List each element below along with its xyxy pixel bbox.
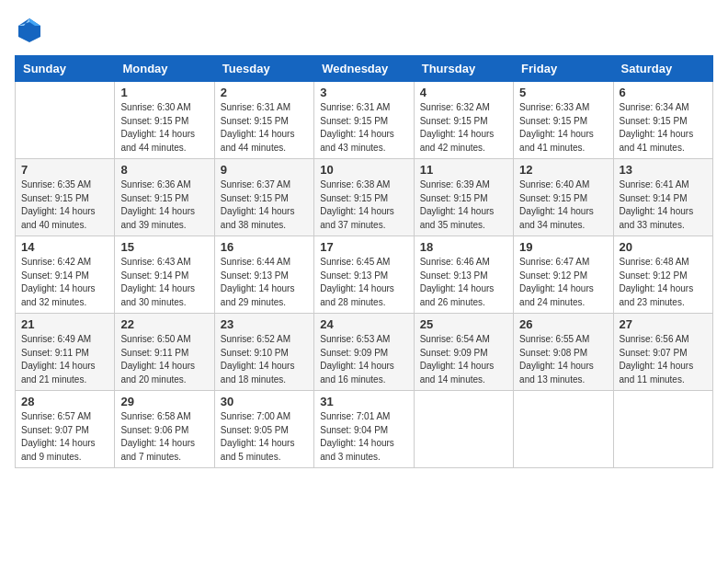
calendar-cell (414, 391, 513, 468)
header-row: SundayMondayTuesdayWednesdayThursdayFrid… (16, 56, 713, 82)
logo (15, 15, 50, 44)
calendar-cell: 24Sunrise: 6:53 AMSunset: 9:09 PMDayligh… (314, 314, 414, 391)
day-info: Sunrise: 6:42 AMSunset: 9:14 PMDaylight:… (21, 256, 108, 309)
week-row-1: 1Sunrise: 6:30 AMSunset: 9:15 PMDaylight… (16, 82, 713, 159)
calendar-cell: 31Sunrise: 7:01 AMSunset: 9:04 PMDayligh… (314, 391, 414, 468)
day-number: 8 (120, 163, 208, 177)
day-number: 1 (120, 86, 208, 99)
day-number: 22 (120, 317, 208, 331)
day-info: Sunrise: 6:31 AMSunset: 9:15 PMDaylight:… (320, 101, 407, 155)
day-info: Sunrise: 6:34 AMSunset: 9:15 PMDaylight:… (620, 101, 707, 155)
calendar-cell: 12Sunrise: 6:40 AMSunset: 9:15 PMDayligh… (514, 159, 613, 236)
week-row-2: 7Sunrise: 6:35 AMSunset: 9:15 PMDaylight… (16, 159, 713, 236)
calendar-cell: 10Sunrise: 6:38 AMSunset: 9:15 PMDayligh… (314, 159, 414, 236)
header-day-sunday: Sunday (16, 56, 115, 82)
header-day-thursday: Thursday (414, 56, 513, 82)
day-info: Sunrise: 6:33 AMSunset: 9:15 PMDaylight:… (519, 101, 607, 155)
day-info: Sunrise: 6:32 AMSunset: 9:15 PMDaylight:… (420, 101, 507, 155)
calendar-cell: 4Sunrise: 6:32 AMSunset: 9:15 PMDaylight… (414, 82, 513, 159)
logo-icon (15, 15, 44, 44)
header-day-monday: Monday (115, 56, 214, 82)
day-info: Sunrise: 6:49 AMSunset: 9:11 PMDaylight:… (21, 333, 108, 386)
day-number: 13 (620, 163, 707, 177)
day-number: 12 (519, 163, 607, 177)
day-number: 3 (320, 86, 407, 99)
calendar-cell: 26Sunrise: 6:55 AMSunset: 9:08 PMDayligh… (514, 314, 613, 391)
day-info: Sunrise: 7:01 AMSunset: 9:04 PMDaylight:… (320, 410, 407, 464)
calendar-cell: 13Sunrise: 6:41 AMSunset: 9:14 PMDayligh… (613, 159, 712, 236)
calendar-header: SundayMondayTuesdayWednesdayThursdayFrid… (16, 56, 713, 82)
day-number: 4 (420, 86, 507, 99)
day-number: 15 (120, 240, 208, 254)
day-number: 6 (620, 86, 707, 99)
calendar-body: 1Sunrise: 6:30 AMSunset: 9:15 PMDaylight… (16, 82, 713, 468)
header-day-wednesday: Wednesday (314, 56, 414, 82)
calendar-cell: 16Sunrise: 6:44 AMSunset: 9:13 PMDayligh… (214, 236, 313, 314)
calendar-cell (16, 82, 115, 159)
day-number: 19 (519, 240, 607, 254)
day-info: Sunrise: 7:00 AMSunset: 9:05 PMDaylight:… (221, 410, 308, 464)
calendar-cell: 7Sunrise: 6:35 AMSunset: 9:15 PMDaylight… (16, 159, 115, 236)
day-number: 23 (221, 317, 308, 331)
day-number: 25 (420, 317, 507, 331)
header-day-tuesday: Tuesday (214, 56, 313, 82)
calendar-cell: 8Sunrise: 6:36 AMSunset: 9:15 PMDaylight… (115, 159, 214, 236)
week-row-3: 14Sunrise: 6:42 AMSunset: 9:14 PMDayligh… (16, 236, 713, 314)
day-number: 28 (21, 395, 108, 408)
calendar-cell: 2Sunrise: 6:31 AMSunset: 9:15 PMDaylight… (214, 82, 313, 159)
header-day-saturday: Saturday (613, 56, 712, 82)
day-info: Sunrise: 6:35 AMSunset: 9:15 PMDaylight:… (21, 178, 108, 232)
calendar-table: SundayMondayTuesdayWednesdayThursdayFrid… (15, 55, 713, 468)
day-info: Sunrise: 6:56 AMSunset: 9:07 PMDaylight:… (620, 333, 707, 386)
day-info: Sunrise: 6:30 AMSunset: 9:15 PMDaylight:… (120, 101, 208, 155)
week-row-4: 21Sunrise: 6:49 AMSunset: 9:11 PMDayligh… (16, 314, 713, 391)
day-number: 7 (21, 163, 108, 177)
calendar-cell: 29Sunrise: 6:58 AMSunset: 9:06 PMDayligh… (115, 391, 214, 468)
day-info: Sunrise: 6:41 AMSunset: 9:14 PMDaylight:… (620, 178, 707, 232)
page-header (15, 15, 713, 44)
calendar-cell: 6Sunrise: 6:34 AMSunset: 9:15 PMDaylight… (613, 82, 712, 159)
calendar-cell: 14Sunrise: 6:42 AMSunset: 9:14 PMDayligh… (16, 236, 115, 314)
day-number: 2 (221, 86, 308, 99)
calendar-cell: 15Sunrise: 6:43 AMSunset: 9:14 PMDayligh… (115, 236, 214, 314)
week-row-5: 28Sunrise: 6:57 AMSunset: 9:07 PMDayligh… (16, 391, 713, 468)
calendar-cell: 18Sunrise: 6:46 AMSunset: 9:13 PMDayligh… (414, 236, 513, 314)
calendar-cell: 9Sunrise: 6:37 AMSunset: 9:15 PMDaylight… (214, 159, 313, 236)
day-info: Sunrise: 6:52 AMSunset: 9:10 PMDaylight:… (221, 333, 308, 386)
calendar-cell: 25Sunrise: 6:54 AMSunset: 9:09 PMDayligh… (414, 314, 513, 391)
calendar-cell: 30Sunrise: 7:00 AMSunset: 9:05 PMDayligh… (214, 391, 313, 468)
day-info: Sunrise: 6:36 AMSunset: 9:15 PMDaylight:… (120, 178, 208, 232)
day-info: Sunrise: 6:48 AMSunset: 9:12 PMDaylight:… (620, 256, 707, 309)
day-info: Sunrise: 6:40 AMSunset: 9:15 PMDaylight:… (519, 178, 607, 232)
calendar-cell: 11Sunrise: 6:39 AMSunset: 9:15 PMDayligh… (414, 159, 513, 236)
calendar-cell: 3Sunrise: 6:31 AMSunset: 9:15 PMDaylight… (314, 82, 414, 159)
header-day-friday: Friday (514, 56, 613, 82)
day-info: Sunrise: 6:55 AMSunset: 9:08 PMDaylight:… (519, 333, 607, 386)
day-number: 11 (420, 163, 507, 177)
day-info: Sunrise: 6:47 AMSunset: 9:12 PMDaylight:… (519, 256, 607, 309)
calendar-cell (514, 391, 613, 468)
day-info: Sunrise: 6:53 AMSunset: 9:09 PMDaylight:… (320, 333, 407, 386)
calendar-cell (613, 391, 712, 468)
day-info: Sunrise: 6:43 AMSunset: 9:14 PMDaylight:… (120, 256, 208, 309)
day-number: 16 (221, 240, 308, 254)
day-number: 20 (620, 240, 707, 254)
day-info: Sunrise: 6:46 AMSunset: 9:13 PMDaylight:… (420, 256, 507, 309)
day-info: Sunrise: 6:39 AMSunset: 9:15 PMDaylight:… (420, 178, 507, 232)
day-number: 27 (620, 317, 707, 331)
calendar-cell: 21Sunrise: 6:49 AMSunset: 9:11 PMDayligh… (16, 314, 115, 391)
calendar-cell: 19Sunrise: 6:47 AMSunset: 9:12 PMDayligh… (514, 236, 613, 314)
day-number: 30 (221, 395, 308, 408)
day-number: 31 (320, 395, 407, 408)
day-number: 18 (420, 240, 507, 254)
calendar-cell: 20Sunrise: 6:48 AMSunset: 9:12 PMDayligh… (613, 236, 712, 314)
calendar-cell: 28Sunrise: 6:57 AMSunset: 9:07 PMDayligh… (16, 391, 115, 468)
day-info: Sunrise: 6:57 AMSunset: 9:07 PMDaylight:… (21, 410, 108, 464)
day-info: Sunrise: 6:37 AMSunset: 9:15 PMDaylight:… (221, 178, 308, 232)
calendar-cell: 22Sunrise: 6:50 AMSunset: 9:11 PMDayligh… (115, 314, 214, 391)
day-number: 24 (320, 317, 407, 331)
day-number: 10 (320, 163, 407, 177)
day-number: 21 (21, 317, 108, 331)
calendar-cell: 17Sunrise: 6:45 AMSunset: 9:13 PMDayligh… (314, 236, 414, 314)
day-info: Sunrise: 6:38 AMSunset: 9:15 PMDaylight:… (320, 178, 407, 232)
